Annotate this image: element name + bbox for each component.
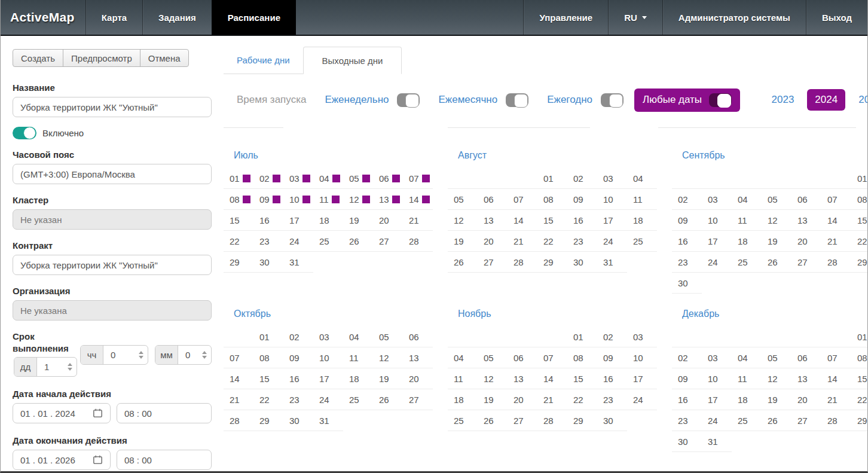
calendar-day[interactable]: 20 [478, 231, 508, 252]
calendar-day[interactable]: 09 [567, 189, 597, 210]
calendar-day[interactable]: 13 [478, 210, 508, 231]
calendar-day[interactable]: 09 [283, 347, 313, 368]
calendar-day[interactable]: 28 [224, 410, 253, 431]
nav-tasks[interactable]: Задания [142, 0, 212, 35]
calendar-day[interactable]: 28 [508, 252, 537, 273]
calendar-day[interactable]: 01 [253, 326, 283, 347]
calendar-day[interactable]: 05 [373, 326, 403, 347]
duration-hours-field[interactable]: чч 0 [80, 345, 148, 365]
freq-monthly-label[interactable]: Ежемесячно [438, 94, 497, 106]
calendar-day[interactable]: 12 [343, 189, 373, 210]
calendar-day[interactable]: 07 [403, 168, 433, 189]
calendar-day[interactable]: 06 [791, 189, 821, 210]
tab-weekends[interactable]: Выходные дни [303, 47, 402, 74]
calendar-day[interactable]: 15 [567, 368, 597, 389]
calendar-day[interactable]: 25 [732, 252, 762, 273]
calendar-day[interactable]: 27 [791, 252, 821, 273]
calendar-day[interactable]: 08 [537, 189, 567, 210]
calendar-day[interactable]: 19 [373, 368, 403, 389]
calendar-day[interactable]: 05 [448, 189, 478, 210]
calendar-day[interactable]: 19 [343, 210, 373, 231]
any-dates-toggle[interactable] [709, 93, 732, 107]
calendar-day[interactable]: 26 [478, 410, 508, 431]
calendar-day[interactable]: 21 [537, 389, 567, 410]
calendar-day[interactable]: 17 [597, 210, 627, 231]
create-button[interactable]: Создать [13, 49, 63, 67]
calendar-day[interactable]: 07 [821, 347, 851, 368]
calendar-day[interactable]: 23 [567, 231, 597, 252]
calendar-day[interactable]: 28 [821, 410, 851, 431]
calendar-day[interactable]: 30 [283, 410, 313, 431]
calendar-day[interactable]: 09 [597, 347, 627, 368]
calendar-day[interactable]: 29 [567, 410, 597, 431]
calendar-day[interactable]: 05 [762, 189, 791, 210]
calendar-day[interactable]: 23 [672, 252, 702, 273]
calendar-day[interactable]: 05 [762, 347, 791, 368]
calendar-day[interactable]: 29 [224, 252, 253, 273]
calendar-day[interactable]: 26 [343, 231, 373, 252]
calendar-day[interactable]: 24 [597, 231, 627, 252]
calendar-day[interactable]: 18 [732, 231, 762, 252]
calendar-day[interactable]: 18 [627, 210, 657, 231]
calendar-day[interactable]: 11 [627, 189, 657, 210]
calendar-day[interactable]: 02 [597, 326, 627, 347]
calendar-day[interactable]: 08 [567, 347, 597, 368]
calendar-day[interactable]: 09 [672, 368, 702, 389]
calendar-day[interactable]: 21 [821, 389, 851, 410]
calendar-day[interactable]: 15 [851, 210, 867, 231]
calendar-day[interactable]: 16 [597, 368, 627, 389]
nav-management[interactable]: Управление [523, 0, 608, 35]
year-2025[interactable]: 2025 [858, 94, 867, 106]
calendar-day[interactable]: 09 [672, 210, 702, 231]
calendar-day[interactable]: 31 [283, 252, 313, 273]
calendar-day[interactable]: 31 [313, 410, 343, 431]
calendar-day[interactable]: 06 [791, 347, 821, 368]
calendar-day[interactable]: 03 [313, 326, 343, 347]
calendar-day[interactable]: 25 [732, 410, 762, 431]
freq-weekly-label[interactable]: Еженедельно [325, 94, 389, 106]
calendar-day[interactable]: 18 [343, 368, 373, 389]
calendar-day[interactable]: 19 [478, 389, 508, 410]
calendar-day[interactable]: 22 [851, 231, 867, 252]
calendar-day[interactable]: 10 [627, 347, 657, 368]
calendar-day[interactable]: 03 [597, 168, 627, 189]
calendar-icon[interactable] [93, 408, 103, 418]
calendar-day[interactable]: 22 [567, 389, 597, 410]
calendar-day[interactable]: 11 [343, 347, 373, 368]
calendar-day[interactable]: 15 [851, 368, 867, 389]
cancel-button[interactable]: Отмена [140, 49, 189, 67]
calendar-day[interactable]: 01 [567, 326, 597, 347]
calendar-day[interactable]: 25 [448, 410, 478, 431]
calendar-day[interactable]: 12 [478, 368, 508, 389]
calendar-day[interactable]: 04 [343, 326, 373, 347]
nav-user[interactable]: Администратор системы [662, 0, 806, 35]
calendar-day[interactable]: 29 [253, 410, 283, 431]
calendar-day[interactable]: 19 [448, 231, 478, 252]
calendar-day[interactable]: 27 [373, 231, 403, 252]
calendar-day[interactable]: 11 [732, 368, 762, 389]
month-title[interactable]: Декабрь [682, 309, 867, 319]
nav-logout[interactable]: Выход [806, 0, 867, 35]
stepper-up-icon[interactable] [202, 351, 207, 354]
calendar-day[interactable]: 06 [478, 189, 508, 210]
calendar-day[interactable]: 14 [821, 210, 851, 231]
calendar-day[interactable]: 26 [762, 252, 791, 273]
calendar-icon[interactable] [93, 455, 103, 465]
stepper-down-icon[interactable] [139, 356, 143, 359]
calendar-day[interactable]: 14 [403, 189, 433, 210]
hours-stepper[interactable] [137, 346, 148, 364]
calendar-day[interactable]: 10 [597, 189, 627, 210]
calendar-day[interactable]: 08 [253, 347, 283, 368]
calendar-day[interactable]: 23 [253, 231, 283, 252]
calendar-day[interactable]: 03 [702, 347, 732, 368]
stepper-down-icon[interactable] [202, 356, 207, 359]
contract-input[interactable] [13, 255, 212, 275]
calendar-day[interactable]: 10 [702, 368, 732, 389]
calendar-day[interactable]: 30 [567, 252, 597, 273]
calendar-day[interactable]: 07 [821, 189, 851, 210]
calendar-day[interactable]: 29 [851, 252, 867, 273]
calendar-day[interactable]: 28 [537, 410, 567, 431]
duration-days-field[interactable]: дд 1 [14, 357, 77, 377]
calendar-day[interactable]: 13 [403, 347, 433, 368]
calendar-day[interactable]: 23 [283, 389, 313, 410]
